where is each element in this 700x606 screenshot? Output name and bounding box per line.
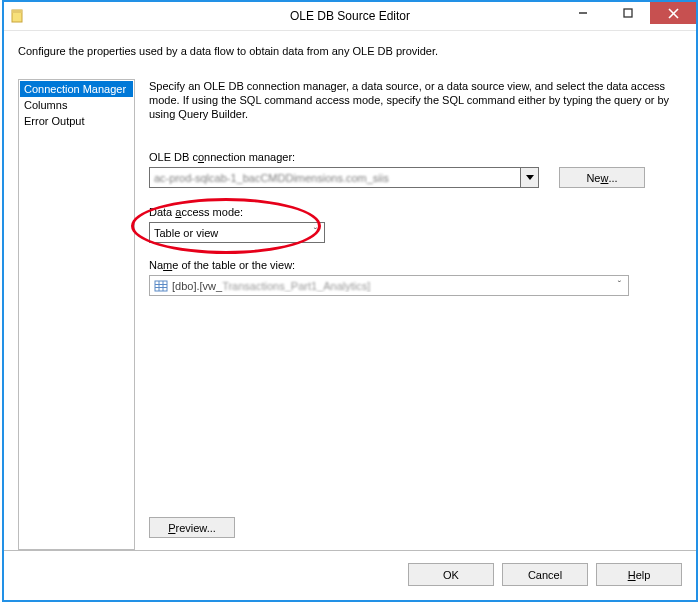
connection-manager-row: ac-prod-sqlcab-1_bacCMDDimensions.com_si… <box>149 167 682 188</box>
table-icon <box>153 278 169 294</box>
sidebar-item-connection-manager[interactable]: Connection Manager <box>20 81 133 97</box>
app-icon <box>10 8 26 24</box>
dialog-footer: OK Cancel Help <box>4 550 696 600</box>
sidebar: Connection Manager Columns Error Output <box>18 79 135 550</box>
ok-button[interactable]: OK <box>408 563 494 586</box>
new-connection-button[interactable]: New... <box>559 167 645 188</box>
help-button[interactable]: Help <box>596 563 682 586</box>
preview-button[interactable]: Preview... <box>149 517 235 538</box>
connection-manager-value: ac-prod-sqlcab-1_bacCMDDimensions.com_si… <box>150 172 520 184</box>
close-button[interactable] <box>650 2 696 24</box>
connection-manager-label: OLE DB connection manager: <box>149 151 682 163</box>
cancel-button[interactable]: Cancel <box>502 563 588 586</box>
dropdown-arrow-icon: ˇ <box>307 223 324 242</box>
data-access-group: Data access mode: Table or view ˇ <box>149 206 682 243</box>
panel-description: Specify an OLE DB connection manager, a … <box>149 79 682 121</box>
svg-rect-6 <box>155 281 167 291</box>
table-name-value: [dbo].[vw_Transactions_Part1_Analytics] <box>172 280 611 292</box>
dialog-window: OLE DB Source Editor Configure the prope… <box>2 0 698 602</box>
data-access-dropdown[interactable]: Table or view ˇ <box>149 222 325 243</box>
dropdown-arrow-icon: ˇ <box>611 276 628 295</box>
sidebar-item-error-output[interactable]: Error Output <box>20 113 133 129</box>
table-name-label: Name of the table or the view: <box>149 259 682 271</box>
connection-manager-dropdown[interactable]: ac-prod-sqlcab-1_bacCMDDimensions.com_si… <box>149 167 539 188</box>
svg-line-4 <box>669 9 678 18</box>
content-panel: Specify an OLE DB connection manager, a … <box>149 79 682 550</box>
svg-rect-1 <box>12 10 22 13</box>
dropdown-arrow-icon <box>520 168 538 187</box>
sidebar-item-columns[interactable]: Columns <box>20 97 133 113</box>
data-access-label: Data access mode: <box>149 206 682 218</box>
maximize-button[interactable] <box>605 2 650 24</box>
dialog-body: Configure the properties used by a data … <box>4 31 696 600</box>
window-controls <box>560 2 696 30</box>
preview-row: Preview... <box>149 517 682 538</box>
data-access-value: Table or view <box>150 227 307 239</box>
table-name-dropdown[interactable]: [dbo].[vw_Transactions_Part1_Analytics] … <box>149 275 629 296</box>
svg-line-5 <box>669 9 678 18</box>
titlebar-left <box>10 8 26 24</box>
svg-rect-3 <box>624 9 632 17</box>
minimize-button[interactable] <box>560 2 605 24</box>
intro-text: Configure the properties used by a data … <box>18 45 682 57</box>
titlebar: OLE DB Source Editor <box>4 2 696 31</box>
main-area: Connection Manager Columns Error Output … <box>18 79 682 550</box>
